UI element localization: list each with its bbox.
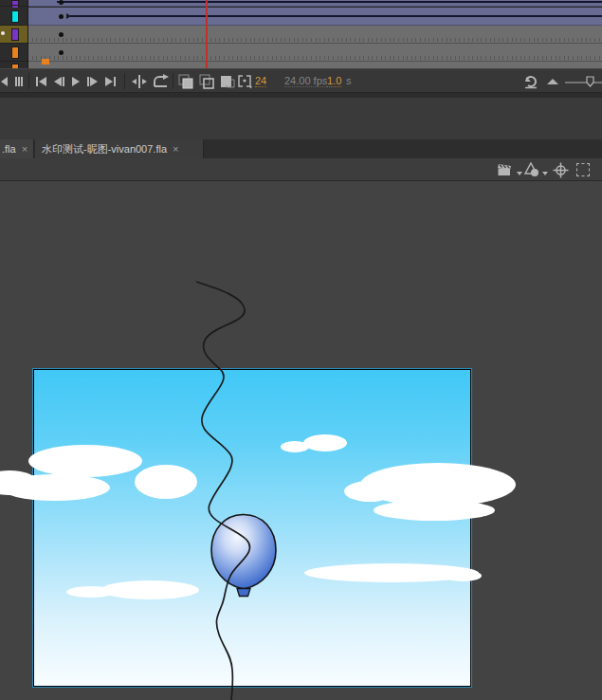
go-to-first-frame-button[interactable] xyxy=(36,72,46,90)
go-to-last-frame-button[interactable] xyxy=(105,72,116,90)
current-frame-hot-text[interactable]: 24 xyxy=(255,75,266,87)
canvas-pasteboard[interactable] xyxy=(0,181,602,700)
tween-arrow xyxy=(66,13,71,19)
selected-frame-marker xyxy=(42,59,49,64)
frame-ticks xyxy=(28,56,602,60)
edit-symbols-button[interactable] xyxy=(523,161,548,178)
center-stage-button[interactable] xyxy=(553,161,569,178)
tween-line xyxy=(70,15,602,17)
elapsed-time-hot-text[interactable]: 1.0 xyxy=(327,75,341,87)
document-tab[interactable]: .fla × xyxy=(0,139,34,158)
timeline-layer-row[interactable] xyxy=(0,62,602,68)
reset-timeline-zoom-button[interactable] xyxy=(522,72,539,90)
frames-strip[interactable] xyxy=(28,62,602,68)
frames-strip[interactable] xyxy=(28,26,602,44)
edit-bar xyxy=(0,158,602,181)
tab-close-icon[interactable]: × xyxy=(22,144,27,155)
edit-scene-button[interactable] xyxy=(497,161,522,178)
document-tab-bar: .fla × 水印测试-昵图-vivan007.fla × xyxy=(0,139,602,158)
keyframe-dot xyxy=(59,14,64,19)
layer-visibility-dot[interactable] xyxy=(1,31,5,35)
timeline-panel-divider[interactable] xyxy=(27,0,28,68)
clip-content-outside-stage-button[interactable] xyxy=(576,161,590,178)
play-button[interactable] xyxy=(72,72,80,90)
layer-color-swatch xyxy=(11,0,19,6)
document-tab-active[interactable]: 水印测试-昵图-vivan007.fla × xyxy=(35,139,204,158)
stage[interactable] xyxy=(33,369,471,687)
application-window: 24 24.00 fps 1.0 s xyxy=(0,0,602,700)
tab-close-icon[interactable]: × xyxy=(173,144,178,155)
tools-toolbar: T xyxy=(0,98,602,139)
modify-markers-button[interactable] xyxy=(237,72,255,90)
timeline-zoom-slider[interactable] xyxy=(565,72,602,90)
collapse-left-button[interactable] xyxy=(1,72,8,90)
center-frame-button[interactable] xyxy=(131,72,148,90)
keyframe-dot xyxy=(59,0,64,5)
edit-multiple-frames-button[interactable] xyxy=(219,72,235,90)
timeline-panel xyxy=(0,0,602,68)
frame-ticks xyxy=(28,38,602,42)
layer-color-swatch xyxy=(11,10,19,23)
step-forward-button[interactable] xyxy=(87,72,98,90)
grip-handle-icon[interactable] xyxy=(15,72,23,90)
step-back-button[interactable] xyxy=(54,72,64,90)
divider xyxy=(124,73,125,89)
dropdown-arrow-icon xyxy=(542,172,548,175)
layer-cell[interactable] xyxy=(0,8,28,26)
playhead[interactable] xyxy=(206,0,208,68)
divider xyxy=(28,73,29,89)
collapse-panel-button[interactable] xyxy=(547,72,558,90)
dashed-square-icon xyxy=(576,163,590,176)
keyframe-dot xyxy=(59,32,64,37)
timeline-layer-row[interactable] xyxy=(0,44,602,62)
onion-skin-button[interactable] xyxy=(178,72,194,90)
loop-playback-button[interactable] xyxy=(152,72,170,90)
divider xyxy=(173,73,173,89)
tab-label: 水印测试-昵图-vivan007.fla xyxy=(42,142,167,157)
layer-cell[interactable] xyxy=(0,62,28,68)
onion-skin-outlines-button[interactable] xyxy=(199,72,215,90)
layer-color-swatch xyxy=(11,28,19,41)
elapsed-time-unit: s xyxy=(346,75,352,86)
timeline-layer-row-selected[interactable] xyxy=(0,26,602,44)
frames-strip-tween[interactable] xyxy=(28,8,602,26)
keyframe-dot xyxy=(59,50,64,55)
timeline-layer-row[interactable] xyxy=(0,0,602,7)
layer-color-swatch xyxy=(11,46,19,59)
layer-cell[interactable] xyxy=(0,44,28,62)
frames-strip-tween[interactable] xyxy=(28,0,602,7)
tab-label: .fla xyxy=(2,143,16,155)
dropdown-arrow-icon xyxy=(517,172,522,175)
frame-rate-hot-text[interactable]: 24.00 fps xyxy=(284,75,327,87)
frames-strip[interactable] xyxy=(28,44,602,62)
timeline-control-bar: 24 24.00 fps 1.0 s xyxy=(0,68,602,93)
layer-cell-selected[interactable] xyxy=(0,26,28,44)
tween-line xyxy=(57,1,602,3)
timeline-layer-row[interactable] xyxy=(0,8,602,26)
